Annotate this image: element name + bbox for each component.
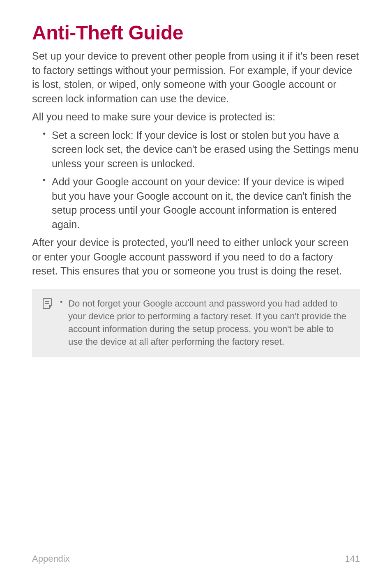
note-list: Do not forget your Google account and pa… [60,297,350,348]
note-box: Do not forget your Google account and pa… [32,289,360,357]
closing-paragraph: After your device is protected, you'll n… [32,235,360,278]
page-title: Anti-Theft Guide [32,21,360,44]
intro-paragraph: Set up your device to prevent other peop… [32,49,360,106]
lead-in-paragraph: All you need to make sure your device is… [32,110,360,124]
note-icon [42,298,53,309]
footer-page-number: 141 [345,553,360,564]
list-item: Add your Google account on your device: … [43,175,360,231]
page-footer: Appendix 141 [32,553,360,564]
list-item: Set a screen lock: If your device is los… [43,128,360,171]
footer-section-label: Appendix [32,553,70,564]
page-content: Anti-Theft Guide Set up your device to p… [0,0,392,357]
protection-steps-list: Set a screen lock: If your device is los… [32,128,360,232]
note-item: Do not forget your Google account and pa… [60,297,350,348]
